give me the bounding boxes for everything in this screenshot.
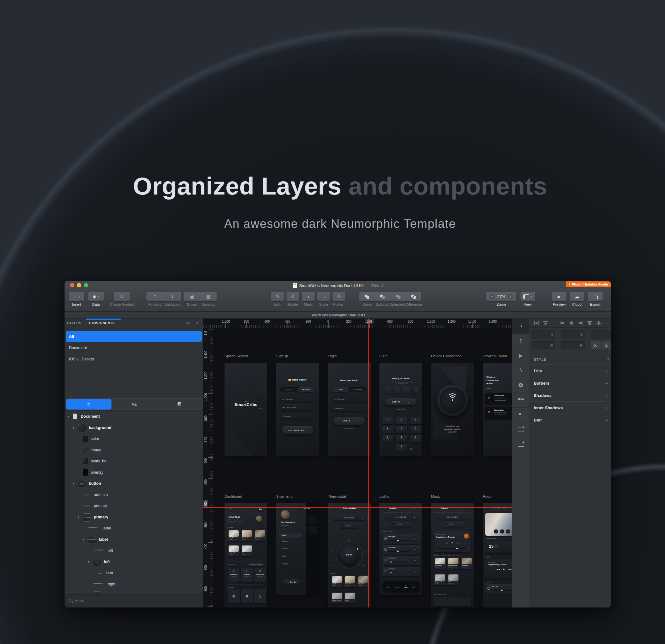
align-vertical-icon[interactable]	[543, 321, 548, 325]
shadows-section[interactable]: Shadows＋	[529, 389, 611, 402]
menu-button[interactable]: ≣	[228, 506, 233, 511]
keypad-key-2[interactable]: 2ABC	[396, 417, 407, 424]
nav-thermostat[interactable]: ◔Thermostat	[394, 585, 400, 588]
light-row[interactable]: Soft Light 3⊙	[382, 556, 420, 565]
room-card[interactable]: Living Room3 Devices	[434, 557, 446, 569]
disclosure-triangle[interactable]: ▾	[68, 414, 69, 418]
pages-item-ios-ui-design[interactable]: iOS UI Design	[66, 353, 202, 365]
edit-button[interactable]: ✎	[271, 292, 284, 301]
turn-off-toggle[interactable]: ⊙Turn Off	[442, 522, 462, 528]
artboard-label[interactable]: Device Connection	[431, 354, 461, 358]
artboard-devices-found[interactable]: Wireless Connection Found ▤ Device Name …	[483, 363, 512, 456]
keypad-key-4[interactable]: 4GHI	[382, 426, 393, 433]
otp-box[interactable]	[403, 387, 410, 393]
next-icon[interactable]: ►►	[508, 568, 512, 570]
layer-row[interactable]: ▾button	[64, 478, 203, 489]
turn-off-toggle[interactable]: ⊙Turn Off	[391, 522, 411, 528]
text-styles-segment[interactable]: Aa	[112, 399, 157, 410]
artboard-splash-screen[interactable]: ⌂ SmartCribs v0.8	[225, 363, 267, 456]
forward-button[interactable]: ↥	[147, 292, 164, 301]
layer-styles-segment[interactable]	[157, 399, 202, 410]
otp-box[interactable]	[384, 387, 391, 393]
artboard-thermostat[interactable]: ← ThermoStat ALL ROOMS▾ ⊙Turn Off 22°C 1…	[328, 503, 370, 607]
align-horizontal-icon[interactable]	[534, 321, 539, 325]
keypad-key-5[interactable]: 5JKL	[396, 426, 407, 433]
layer-row[interactable]: ▾+ GET STARTEDlabel	[64, 534, 203, 545]
flip-horizontal-button[interactable]: ⋈	[591, 341, 601, 349]
layer-row[interactable]: ← GET STARTEDleft	[64, 545, 203, 557]
width-field[interactable]: W	[532, 341, 555, 349]
room-card[interactable]: Daughter's Room3 Devices	[434, 573, 446, 585]
artboard-label[interactable]: Splash Screen	[225, 354, 248, 358]
contrast-tool-icon[interactable]: ◑	[512, 318, 529, 334]
style-chevron-icon[interactable]: ∨	[607, 357, 609, 360]
room-card[interactable]: Master Bedroom4 Devices	[448, 557, 459, 569]
device-tile[interactable]: ▦	[241, 589, 253, 603]
room-card[interactable]: Dining Room4 Devices	[357, 575, 369, 587]
layer-row[interactable]: color	[64, 433, 203, 445]
disclosure-triangle[interactable]: ▾	[73, 482, 74, 485]
artboard-label[interactable]: Thermostat	[328, 494, 346, 498]
share-tool-icon[interactable]: ↥	[512, 333, 529, 348]
scale-button[interactable]: ↔	[317, 292, 330, 301]
insert-button[interactable]: ＋∨	[69, 292, 84, 301]
play-tool-icon[interactable]: ▶	[512, 348, 529, 363]
back-button[interactable]: ←	[383, 506, 387, 510]
nav-music[interactable]: ♪Music	[412, 585, 415, 588]
device-tile[interactable]	[254, 589, 266, 603]
light-row[interactable]: Soft Light 1⊙	[382, 534, 420, 544]
image-add-tool-icon[interactable]: ＋	[512, 437, 529, 452]
login-button[interactable]: LOGIN→	[334, 417, 365, 425]
hexagon-tool-icon[interactable]	[512, 378, 529, 393]
add-blur-icon[interactable]: ＋	[605, 417, 609, 423]
keypad-key-0[interactable]: 0	[396, 444, 407, 451]
artboard-lights[interactable]: ← Lights + Add Lights ALL ROOMS▾ ⊙Turn O…	[379, 503, 422, 595]
zoom-in-button[interactable]: ＋	[508, 294, 513, 299]
add-fill-icon[interactable]: ＋	[605, 368, 609, 374]
y-position-field[interactable]: Y	[561, 331, 585, 339]
light-button[interactable]: ϟ	[506, 529, 510, 533]
turn-off-toggle[interactable]: ⊙Turn Off	[339, 523, 359, 528]
artboard-label[interactable]: OTP	[379, 354, 387, 358]
align-center-h-icon[interactable]	[569, 321, 574, 325]
tab-layers[interactable]: LAYERS	[67, 321, 81, 325]
artboard-label[interactable]: Login	[328, 354, 337, 358]
layer-row[interactable]: ovals_bg	[64, 456, 203, 467]
room-card[interactable]: Master Bedroom4 Devices	[344, 575, 356, 587]
ungroup-button[interactable]: ▩	[200, 292, 216, 301]
device-tile[interactable]: ▥	[228, 589, 240, 603]
add-border-icon[interactable]: ＋	[605, 380, 609, 386]
mask-button[interactable]: ◑	[302, 292, 315, 301]
room-card[interactable]: Kitchen4 Devices	[241, 545, 253, 556]
layer-row[interactable]: primary	[64, 501, 203, 512]
height-field[interactable]: H	[561, 341, 585, 349]
play-icon[interactable]: ►	[451, 541, 454, 544]
blur-section[interactable]: Blur＋	[529, 414, 611, 426]
artboard-room[interactable]: ← Living Room ⊙ ► ϟ THERMOSTAT 2500 ＋ − …	[483, 503, 512, 607]
layer-row[interactable]: ▾Document	[64, 411, 203, 423]
room-card[interactable]: Kitchen4 Devices	[448, 573, 459, 585]
layout-list-tool-icon[interactable]	[512, 392, 529, 408]
disclosure-triangle[interactable]: ▾	[83, 538, 84, 541]
next-icon[interactable]: ►►	[457, 542, 460, 544]
image-edit-tool-icon[interactable]: ✎	[512, 422, 529, 437]
password-field[interactable]: ▪Password	[331, 405, 367, 411]
room-card[interactable]: Daughter's Room3 Devices	[331, 592, 343, 603]
room-card[interactable]: Dining Room4 Devices	[254, 529, 266, 541]
login-register-toggle[interactable]: LOGINREGISTER	[280, 387, 315, 392]
disclosure-triangle[interactable]: ▾	[88, 560, 90, 563]
phone-field[interactable]: ☎Phone Number	[280, 405, 315, 410]
zoom-out-button[interactable]: −	[490, 294, 495, 299]
previous-icon[interactable]: ◄◄	[444, 542, 449, 544]
light-row[interactable]: Soft Light 2⊙	[382, 545, 420, 554]
username-field[interactable]: ☻Username	[280, 396, 315, 402]
play-button[interactable]: ►	[500, 529, 504, 533]
filter-bar[interactable]: Filter	[64, 594, 203, 607]
artboard-label[interactable]: Lights	[379, 494, 389, 498]
view-button[interactable]: ∨	[520, 292, 535, 301]
subtract-button[interactable]	[375, 292, 391, 301]
routine-card[interactable]: ☀Good Morning7AM – 9AM	[228, 568, 240, 582]
create-symbol-button[interactable]: ↻	[114, 292, 130, 301]
align-right-icon[interactable]	[578, 321, 583, 325]
intersect-button[interactable]	[391, 292, 406, 301]
